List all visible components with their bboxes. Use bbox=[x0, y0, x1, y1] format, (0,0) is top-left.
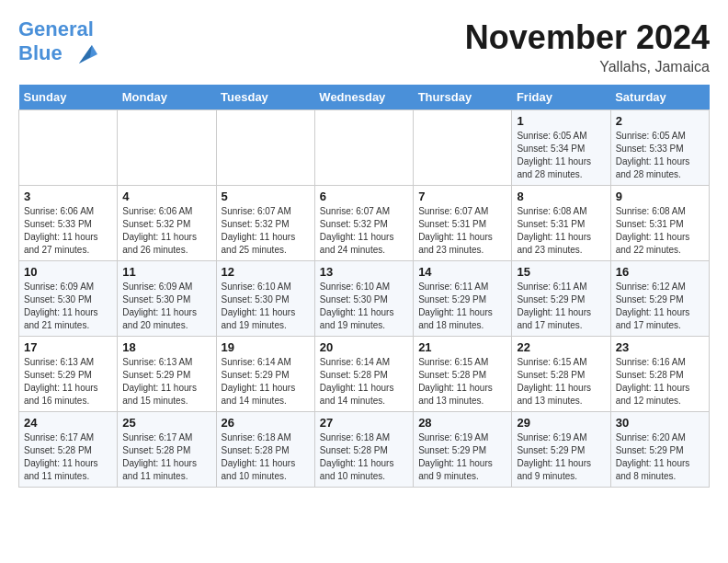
logo-icon bbox=[72, 40, 99, 68]
day-info: Sunrise: 6:13 AM Sunset: 5:29 PM Dayligh… bbox=[122, 356, 210, 408]
calendar-cell bbox=[19, 110, 118, 186]
day-number: 30 bbox=[616, 416, 704, 430]
day-info: Sunrise: 6:12 AM Sunset: 5:29 PM Dayligh… bbox=[616, 281, 704, 332]
day-info: Sunrise: 6:13 AM Sunset: 5:29 PM Dayligh… bbox=[24, 356, 112, 408]
day-number: 10 bbox=[24, 265, 112, 279]
weekday-header: Friday bbox=[512, 85, 610, 110]
calendar-cell: 8Sunrise: 6:08 AM Sunset: 5:31 PM Daylig… bbox=[512, 186, 610, 261]
calendar-cell: 25Sunrise: 6:17 AM Sunset: 5:28 PM Dayli… bbox=[118, 412, 216, 488]
day-number: 24 bbox=[24, 416, 112, 430]
calendar-cell: 4Sunrise: 6:06 AM Sunset: 5:32 PM Daylig… bbox=[118, 186, 216, 261]
day-info: Sunrise: 6:06 AM Sunset: 5:32 PM Dayligh… bbox=[122, 205, 210, 257]
day-number: 5 bbox=[222, 190, 310, 203]
logo-text-blue: Blue bbox=[18, 41, 63, 64]
day-info: Sunrise: 6:15 AM Sunset: 5:28 PM Dayligh… bbox=[418, 356, 506, 408]
weekday-header: Sunday bbox=[19, 85, 118, 110]
day-info: Sunrise: 6:10 AM Sunset: 5:30 PM Dayligh… bbox=[320, 281, 408, 332]
day-info: Sunrise: 6:07 AM Sunset: 5:32 PM Dayligh… bbox=[320, 205, 408, 257]
day-number: 25 bbox=[122, 416, 210, 430]
calendar-cell: 5Sunrise: 6:07 AM Sunset: 5:32 PM Daylig… bbox=[216, 186, 314, 261]
weekday-header: Tuesday bbox=[216, 85, 314, 110]
day-info: Sunrise: 6:05 AM Sunset: 5:33 PM Dayligh… bbox=[616, 130, 704, 181]
day-number: 15 bbox=[517, 265, 605, 279]
day-number: 19 bbox=[222, 340, 310, 354]
calendar-table: SundayMondayTuesdayWednesdayThursdayFrid… bbox=[18, 85, 710, 488]
calendar-cell: 27Sunrise: 6:18 AM Sunset: 5:28 PM Dayli… bbox=[314, 412, 413, 488]
day-number: 26 bbox=[222, 416, 310, 430]
day-number: 23 bbox=[616, 340, 704, 354]
day-number: 16 bbox=[616, 265, 704, 279]
calendar-cell: 20Sunrise: 6:14 AM Sunset: 5:28 PM Dayli… bbox=[314, 337, 413, 412]
logo-text-general: General bbox=[18, 17, 94, 40]
calendar-week-row: 17Sunrise: 6:13 AM Sunset: 5:29 PM Dayli… bbox=[19, 337, 710, 412]
weekday-header: Saturday bbox=[610, 85, 709, 110]
day-number: 8 bbox=[517, 190, 605, 203]
calendar-cell: 24Sunrise: 6:17 AM Sunset: 5:28 PM Dayli… bbox=[19, 412, 118, 488]
day-info: Sunrise: 6:06 AM Sunset: 5:33 PM Dayligh… bbox=[24, 205, 112, 257]
calendar-cell: 29Sunrise: 6:19 AM Sunset: 5:29 PM Dayli… bbox=[512, 412, 610, 488]
day-number: 22 bbox=[517, 340, 605, 354]
day-info: Sunrise: 6:08 AM Sunset: 5:31 PM Dayligh… bbox=[616, 205, 704, 257]
day-info: Sunrise: 6:11 AM Sunset: 5:29 PM Dayligh… bbox=[517, 281, 605, 332]
day-number: 3 bbox=[24, 190, 112, 203]
day-number: 14 bbox=[418, 265, 506, 279]
day-info: Sunrise: 6:18 AM Sunset: 5:28 PM Dayligh… bbox=[222, 431, 310, 483]
day-info: Sunrise: 6:07 AM Sunset: 5:31 PM Dayligh… bbox=[418, 205, 506, 257]
calendar-cell: 11Sunrise: 6:09 AM Sunset: 5:30 PM Dayli… bbox=[118, 261, 216, 337]
calendar-cell: 23Sunrise: 6:16 AM Sunset: 5:28 PM Dayli… bbox=[610, 337, 709, 412]
calendar-cell: 14Sunrise: 6:11 AM Sunset: 5:29 PM Dayli… bbox=[414, 261, 512, 337]
day-info: Sunrise: 6:05 AM Sunset: 5:34 PM Dayligh… bbox=[517, 130, 605, 181]
day-info: Sunrise: 6:10 AM Sunset: 5:30 PM Dayligh… bbox=[222, 281, 310, 332]
day-info: Sunrise: 6:17 AM Sunset: 5:28 PM Dayligh… bbox=[24, 431, 112, 483]
day-number: 20 bbox=[320, 340, 408, 354]
calendar-cell: 17Sunrise: 6:13 AM Sunset: 5:29 PM Dayli… bbox=[19, 337, 118, 412]
day-number: 18 bbox=[122, 340, 210, 354]
calendar-week-row: 3Sunrise: 6:06 AM Sunset: 5:33 PM Daylig… bbox=[19, 186, 710, 261]
day-info: Sunrise: 6:07 AM Sunset: 5:32 PM Dayligh… bbox=[222, 205, 310, 257]
day-number: 12 bbox=[222, 265, 310, 279]
location: Yallahs, Jamaica bbox=[465, 59, 710, 75]
calendar-cell: 7Sunrise: 6:07 AM Sunset: 5:31 PM Daylig… bbox=[414, 186, 512, 261]
calendar-week-row: 24Sunrise: 6:17 AM Sunset: 5:28 PM Dayli… bbox=[19, 412, 710, 488]
svg-marker-1 bbox=[79, 45, 92, 63]
day-number: 7 bbox=[418, 190, 506, 203]
month-title: November 2024 bbox=[465, 18, 710, 57]
calendar-cell: 26Sunrise: 6:18 AM Sunset: 5:28 PM Dayli… bbox=[216, 412, 314, 488]
day-number: 6 bbox=[320, 190, 408, 203]
day-info: Sunrise: 6:20 AM Sunset: 5:29 PM Dayligh… bbox=[616, 431, 704, 483]
day-number: 28 bbox=[418, 416, 506, 430]
day-info: Sunrise: 6:15 AM Sunset: 5:28 PM Dayligh… bbox=[517, 356, 605, 408]
day-number: 27 bbox=[320, 416, 408, 430]
weekday-header: Thursday bbox=[414, 85, 512, 110]
day-info: Sunrise: 6:14 AM Sunset: 5:28 PM Dayligh… bbox=[320, 356, 408, 408]
day-number: 9 bbox=[616, 190, 704, 203]
calendar-cell: 21Sunrise: 6:15 AM Sunset: 5:28 PM Dayli… bbox=[414, 337, 512, 412]
day-number: 1 bbox=[517, 114, 605, 128]
header: General Blue November 2024 Yallahs, Jama… bbox=[18, 18, 710, 75]
calendar-cell bbox=[314, 110, 413, 186]
calendar-cell: 12Sunrise: 6:10 AM Sunset: 5:30 PM Dayli… bbox=[216, 261, 314, 337]
day-number: 17 bbox=[24, 340, 112, 354]
calendar-week-row: 1Sunrise: 6:05 AM Sunset: 5:34 PM Daylig… bbox=[19, 110, 710, 186]
day-info: Sunrise: 6:16 AM Sunset: 5:28 PM Dayligh… bbox=[616, 356, 704, 408]
calendar-cell: 30Sunrise: 6:20 AM Sunset: 5:29 PM Dayli… bbox=[610, 412, 709, 488]
day-info: Sunrise: 6:11 AM Sunset: 5:29 PM Dayligh… bbox=[418, 281, 506, 332]
day-number: 29 bbox=[517, 416, 605, 430]
day-info: Sunrise: 6:14 AM Sunset: 5:29 PM Dayligh… bbox=[222, 356, 310, 408]
day-info: Sunrise: 6:08 AM Sunset: 5:31 PM Dayligh… bbox=[517, 205, 605, 257]
calendar-cell: 6Sunrise: 6:07 AM Sunset: 5:32 PM Daylig… bbox=[314, 186, 413, 261]
weekday-header-row: SundayMondayTuesdayWednesdayThursdayFrid… bbox=[19, 85, 710, 110]
calendar-cell bbox=[118, 110, 216, 186]
day-info: Sunrise: 6:09 AM Sunset: 5:30 PM Dayligh… bbox=[24, 281, 112, 332]
calendar-cell: 15Sunrise: 6:11 AM Sunset: 5:29 PM Dayli… bbox=[512, 261, 610, 337]
day-number: 11 bbox=[122, 265, 210, 279]
calendar-cell: 16Sunrise: 6:12 AM Sunset: 5:29 PM Dayli… bbox=[610, 261, 709, 337]
logo: General Blue bbox=[18, 18, 99, 68]
calendar-cell bbox=[414, 110, 512, 186]
weekday-header: Wednesday bbox=[314, 85, 413, 110]
calendar-cell: 18Sunrise: 6:13 AM Sunset: 5:29 PM Dayli… bbox=[118, 337, 216, 412]
day-info: Sunrise: 6:19 AM Sunset: 5:29 PM Dayligh… bbox=[517, 431, 605, 483]
calendar-cell: 2Sunrise: 6:05 AM Sunset: 5:33 PM Daylig… bbox=[610, 110, 709, 186]
day-info: Sunrise: 6:19 AM Sunset: 5:29 PM Dayligh… bbox=[418, 431, 506, 483]
weekday-header: Monday bbox=[118, 85, 216, 110]
